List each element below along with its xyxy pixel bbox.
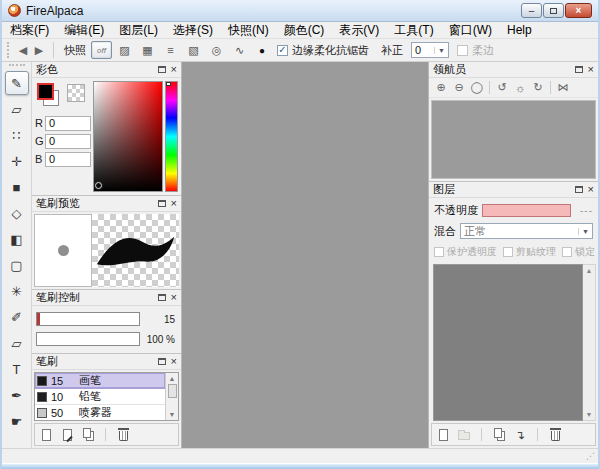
- tool-bucket[interactable]: ◇: [5, 201, 29, 225]
- b-value-field[interactable]: 0: [45, 152, 91, 167]
- menu-item-4[interactable]: 快照(N): [228, 22, 269, 39]
- float-panel-icon[interactable]: [575, 186, 583, 193]
- g-value-field[interactable]: 0: [45, 134, 91, 149]
- brush-list[interactable]: 15画笔10铅笔50喷雾器: [35, 373, 165, 420]
- saturation-value-picker[interactable]: [93, 81, 163, 192]
- tool-select-pen[interactable]: ✐: [5, 305, 29, 329]
- scroll-up-icon[interactable]: ▲: [169, 375, 176, 382]
- toolbox-grip[interactable]: [9, 64, 25, 67]
- stamp-hatch-button[interactable]: ▧: [183, 41, 204, 59]
- tool-eraser[interactable]: ▱: [5, 97, 29, 121]
- flip-horizontal-button[interactable]: ⋈: [554, 80, 572, 96]
- close-panel-icon[interactable]: ×: [171, 292, 177, 303]
- menu-item-8[interactable]: 窗口(W): [449, 22, 492, 39]
- sv-selector[interactable]: [95, 182, 102, 189]
- separator: [105, 428, 106, 441]
- toolbar-grip[interactable]: [7, 42, 10, 58]
- menu-item-5[interactable]: 颜色(C): [284, 22, 325, 39]
- canvas-area[interactable]: [182, 62, 428, 448]
- menu-item-6[interactable]: 表示(V): [339, 22, 379, 39]
- tool-text[interactable]: T: [5, 357, 29, 381]
- stamp-curve-button[interactable]: ∿: [229, 41, 250, 59]
- scroll-down-icon[interactable]: ▼: [586, 411, 593, 418]
- tool-pen[interactable]: ✎: [5, 71, 29, 95]
- delete-layer-button[interactable]: [548, 427, 562, 443]
- add-brush-button[interactable]: [39, 427, 53, 443]
- scroll-thumb[interactable]: [168, 384, 177, 398]
- menu-item-7[interactable]: 工具(T): [394, 22, 433, 39]
- tool-move[interactable]: ✛: [5, 149, 29, 173]
- close-panel-icon[interactable]: ×: [171, 356, 177, 367]
- hue-marker[interactable]: [166, 82, 171, 86]
- tool-hand[interactable]: ☛: [5, 409, 29, 433]
- antialias-checkbox-row[interactable]: ✓ 边缘柔化抗锯齿: [277, 43, 369, 58]
- brush-slider-0[interactable]: [36, 312, 140, 326]
- stamp-diagonal-lines-button[interactable]: ▨: [114, 41, 135, 59]
- duplicate-layer-button[interactable]: [492, 427, 506, 443]
- tool-eyedropper[interactable]: ✒: [5, 383, 29, 407]
- brush-list-item-0[interactable]: 15画笔: [35, 373, 165, 389]
- r-value-field[interactable]: 0: [45, 116, 91, 131]
- foreground-color-swatch[interactable]: [37, 83, 54, 100]
- stamp-circles-button[interactable]: ◎: [206, 41, 227, 59]
- title-bar[interactable]: FireAlpaca – ×: [2, 0, 598, 22]
- rotate-ccw-button[interactable]: ↺: [493, 80, 511, 96]
- scroll-up-icon[interactable]: ▲: [586, 267, 593, 274]
- menu-item-9[interactable]: Help: [507, 23, 532, 37]
- zoom-out-button[interactable]: ⊖: [450, 80, 468, 96]
- merge-down-layer-button[interactable]: ↴: [513, 427, 527, 443]
- zoom-in-button[interactable]: ⊕: [432, 80, 450, 96]
- float-panel-icon[interactable]: [158, 294, 166, 301]
- stamp-grid-button[interactable]: ▦: [137, 41, 158, 59]
- tool-select[interactable]: ▢: [5, 253, 29, 277]
- edit-brush-button[interactable]: [60, 427, 74, 443]
- redo-button[interactable]: ▶: [31, 41, 47, 59]
- menu-item-2[interactable]: 图层(L): [119, 22, 158, 39]
- undo-button[interactable]: ◀: [15, 41, 31, 59]
- tool-gradient[interactable]: ◧: [5, 227, 29, 251]
- brush-list-scrollbar[interactable]: ▲ ▼: [165, 373, 178, 420]
- scroll-down-icon[interactable]: ▼: [169, 411, 176, 418]
- navigator-preview[interactable]: [431, 100, 596, 179]
- close-panel-icon[interactable]: ×: [588, 64, 594, 75]
- antialias-checkbox[interactable]: ✓: [277, 45, 288, 56]
- tool-dot[interactable]: ∷: [5, 123, 29, 147]
- layer-list[interactable]: [433, 264, 583, 421]
- close-panel-icon[interactable]: ×: [171, 198, 177, 209]
- zoom-reset-button[interactable]: ◯: [468, 80, 486, 96]
- blend-mode-dropdown[interactable]: 正常 ▼: [460, 223, 593, 239]
- add-layer-button[interactable]: [436, 427, 450, 443]
- hue-bar[interactable]: [165, 81, 178, 192]
- close-button[interactable]: ×: [565, 3, 592, 18]
- menu-item-1[interactable]: 编辑(E): [64, 22, 104, 39]
- separator: [481, 428, 482, 441]
- close-panel-icon[interactable]: ×: [171, 64, 177, 75]
- brush-slider-1[interactable]: [36, 332, 140, 346]
- rotate-cw-button[interactable]: ↻: [529, 80, 547, 96]
- layer-list-scrollbar[interactable]: ▲ ▼: [583, 264, 596, 421]
- close-panel-icon[interactable]: ×: [588, 184, 594, 195]
- duplicate-brush-button[interactable]: [81, 427, 95, 443]
- menu-item-0[interactable]: 档案(F): [10, 22, 49, 39]
- maximize-button[interactable]: [543, 3, 564, 18]
- float-panel-icon[interactable]: [158, 200, 166, 207]
- menu-item-3[interactable]: 选择(S): [173, 22, 213, 39]
- stamp-strokes-button[interactable]: ≡: [160, 41, 181, 59]
- float-panel-icon[interactable]: [575, 66, 583, 73]
- tool-select-eraser[interactable]: ▱: [5, 331, 29, 355]
- correction-dropdown[interactable]: 0 ▼: [411, 42, 449, 58]
- tool-magic-wand[interactable]: ✳: [5, 279, 29, 303]
- tool-fill[interactable]: ■: [5, 175, 29, 199]
- opacity-slider[interactable]: [482, 204, 571, 217]
- rotate-reset-button[interactable]: ☼: [511, 80, 529, 96]
- transparent-color-swatch[interactable]: [67, 84, 85, 102]
- brush-list-item-1[interactable]: 10铅笔: [35, 389, 165, 405]
- stamp-off-button[interactable]: off: [91, 41, 112, 59]
- float-panel-icon[interactable]: [158, 66, 166, 73]
- minimize-button[interactable]: –: [521, 3, 542, 18]
- brush-list-item-2[interactable]: 50喷雾器: [35, 405, 165, 420]
- brush-tip-dot-icon: ●: [259, 45, 265, 56]
- resize-grip[interactable]: ⋰: [586, 452, 595, 461]
- delete-brush-button[interactable]: [116, 427, 130, 443]
- float-panel-icon[interactable]: [158, 358, 166, 365]
